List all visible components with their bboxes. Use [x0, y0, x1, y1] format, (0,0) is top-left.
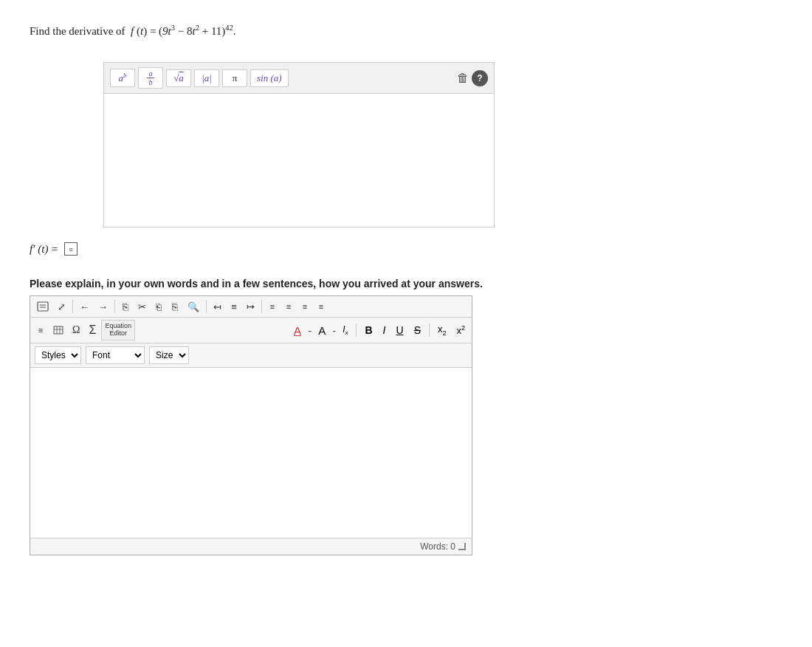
align-right-button[interactable]: ≡ [297, 298, 312, 315]
table-button[interactable] [49, 322, 67, 338]
font-highlight-separator: - [332, 324, 336, 337]
sqrt-button[interactable]: √a [166, 69, 191, 87]
bold-button[interactable]: B [361, 323, 376, 338]
outdent-button[interactable]: ↤ [210, 298, 225, 315]
font-formatting: A - A - Ix B I U S x2 x2 [290, 322, 469, 338]
rich-toolbar-row3: Styles Font Size [30, 343, 472, 368]
rich-toolbar-row2: ≡ Ω Σ EquationEditor A - A - Ix [30, 318, 472, 343]
styles-dropdown[interactable]: Styles [35, 346, 81, 364]
align-justify-button[interactable]: ≡ [314, 298, 328, 315]
question-text: Find the derivative of f (t) = (9t3 − 8t… [30, 22, 782, 40]
clear-format-button[interactable]: Ix [339, 323, 351, 338]
undo-button[interactable]: ← [76, 298, 93, 315]
font-highlight-button[interactable]: A [314, 323, 329, 338]
math-input-area[interactable] [104, 94, 494, 227]
rich-editor: ⤢ ← → ⎘ ✂ ⎗ ⎘ 🔍 ↤ ≡ ↦ ≡ ≡ ≡ ≡ ≡ [30, 295, 472, 555]
question-math: f (t) = (9t3 − 8t2 + 11)42. [128, 25, 235, 37]
equation-icon: ≡ [64, 242, 78, 256]
abs-button[interactable]: |a| [194, 69, 219, 87]
expand-button[interactable]: ⤢ [54, 298, 69, 315]
cut-button[interactable]: ✂ [134, 298, 150, 315]
size-dropdown[interactable]: Size [149, 346, 189, 364]
separator3 [206, 300, 207, 313]
clear-button[interactable]: 🗑 [457, 72, 469, 85]
separator2 [114, 300, 115, 313]
equation-editor-button[interactable]: EquationEditor [101, 320, 135, 340]
redo-button[interactable]: → [94, 298, 111, 315]
separator6 [429, 324, 430, 337]
svg-rect-0 [38, 302, 48, 311]
math-toolbar: ab a b √a |a| π sin (a) 🗑 [104, 63, 494, 94]
derivative-label: f′ (t) = [30, 243, 58, 256]
word-count: Words: 0 [420, 541, 455, 552]
power-button[interactable]: ab [110, 69, 135, 87]
math-editor: ab a b √a |a| π sin (a) 🗑 [103, 62, 495, 227]
derivative-line: f′ (t) = ≡ [30, 242, 782, 256]
superscript-button[interactable]: x2 [453, 323, 469, 338]
sigma-button[interactable]: Σ [85, 322, 100, 338]
find-button[interactable]: 🔍 [184, 298, 203, 315]
paste-plain-button[interactable]: ⎘ [168, 298, 182, 315]
font-color-separator: - [308, 324, 312, 337]
separator5 [356, 324, 357, 337]
explanation-label: Please explain, in your own words and in… [30, 278, 782, 290]
bullets-button[interactable]: ≡ [33, 322, 48, 338]
copy-button[interactable]: ⎘ [118, 298, 133, 315]
italic-button[interactable]: I [379, 323, 390, 338]
subscript-button[interactable]: x2 [434, 322, 450, 338]
sin-button[interactable]: sin (a) [250, 69, 289, 87]
explanation-section: Please explain, in your own words and in… [30, 278, 782, 555]
font-color-button[interactable]: A [290, 323, 305, 338]
rich-content-area[interactable] [30, 368, 472, 538]
svg-rect-3 [54, 326, 63, 334]
underline-button[interactable]: U [393, 323, 407, 338]
indent-button[interactable]: ↦ [243, 298, 258, 315]
align-left-button[interactable]: ≡ [265, 298, 280, 315]
separator4 [261, 300, 262, 313]
strikethrough-button[interactable]: S [410, 323, 424, 338]
question-prompt: Find the derivative of [30, 25, 125, 37]
resize-handle[interactable] [458, 543, 466, 550]
separator1 [72, 300, 73, 313]
pi-button[interactable]: π [222, 69, 247, 87]
rich-toolbar-row1: ⤢ ← → ⎘ ✂ ⎗ ⎘ 🔍 ↤ ≡ ↦ ≡ ≡ ≡ ≡ [30, 296, 472, 318]
indent-list-button[interactable]: ≡ [227, 298, 241, 315]
omega-button[interactable]: Ω [69, 322, 83, 338]
editor-icon-button[interactable] [33, 298, 52, 315]
fraction-button[interactable]: a b [138, 67, 163, 89]
font-dropdown[interactable]: Font [86, 346, 145, 364]
help-button[interactable]: ? [472, 70, 488, 86]
rich-footer: Words: 0 [30, 538, 472, 555]
paste-button[interactable]: ⎗ [151, 298, 166, 315]
align-center-button[interactable]: ≡ [281, 298, 296, 315]
